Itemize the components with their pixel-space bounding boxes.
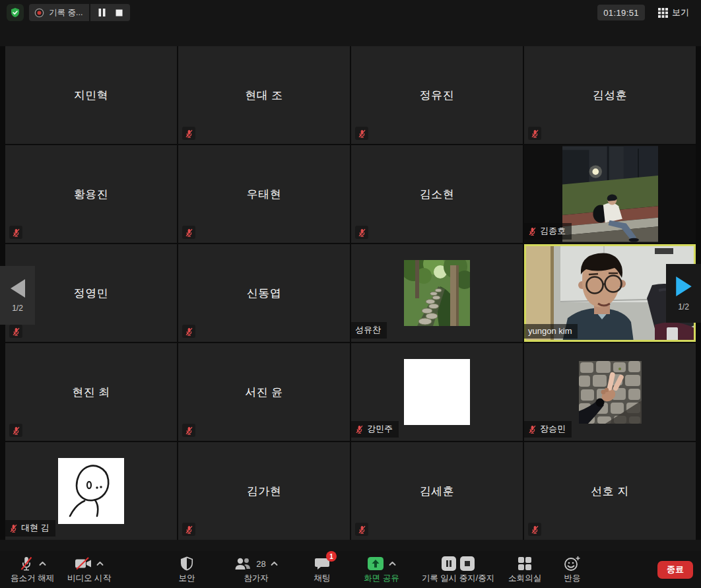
mic-off-icon: [528, 425, 537, 434]
mute-indicator: [182, 325, 195, 338]
previous-page-button[interactable]: 1/2: [0, 266, 35, 325]
shield-icon: [180, 556, 194, 572]
toolbar-label: 반응: [564, 573, 581, 584]
participant-tile[interactable]: 장승민: [524, 343, 696, 441]
toolbar-item-start-video[interactable]: 비디오 시작: [61, 551, 117, 588]
participant-avatar: [404, 359, 470, 425]
chevron-up-icon[interactable]: [271, 561, 278, 566]
chevron-up-icon[interactable]: [96, 561, 104, 566]
mute-indicator: [182, 523, 195, 536]
participant-tile[interactable]: 대현 김: [5, 442, 177, 540]
participant-tile[interactable]: 김세훈: [351, 442, 523, 540]
camera-off-icon: [75, 556, 92, 572]
participant-name: 지민혁: [74, 88, 109, 103]
participant-avatar: [579, 361, 642, 424]
toolbar-item-reactions[interactable]: 반응: [553, 551, 591, 588]
mic-off-icon: [185, 426, 193, 435]
participant-name: 현진 최: [72, 385, 110, 400]
pause-recording-button[interactable]: [94, 5, 109, 20]
reactions-icon: [564, 556, 581, 572]
participant-tile[interactable]: 선호 지: [524, 442, 696, 540]
participant-tile[interactable]: 지민혁: [5, 46, 177, 144]
participant-name: 황용진: [74, 187, 109, 202]
toolbar-item-breakout-rooms[interactable]: 소회의실: [502, 551, 548, 588]
participant-name: yungon kim: [528, 326, 572, 336]
participant-tile[interactable]: 현진 최: [5, 343, 177, 441]
mic-off-icon: [185, 525, 193, 534]
video-grid: 지민혁현대 조 정유진 김성훈 황용진 우태현: [0, 46, 701, 540]
participant-tile[interactable]: 강민주: [351, 343, 523, 441]
toolbar-item-chat[interactable]: 1채팅: [302, 551, 342, 588]
participant-tile[interactable]: 우태현: [178, 145, 350, 243]
chevron-right-icon: [675, 276, 693, 297]
toolbar-label: 보안: [179, 573, 195, 584]
toolbar-label: 음소거 해제: [11, 573, 54, 584]
meeting-toolbar: 음소거 해제 비디오 시작 보안 28 참가자 1채팅 화면 공유 기록 일시 …: [0, 551, 701, 588]
participant-name-chip: 김종호: [524, 223, 572, 240]
participant-name: 선호 지: [591, 484, 629, 499]
participant-tile[interactable]: 정유진: [351, 46, 523, 144]
mic-off-icon: [528, 227, 537, 236]
toolbar-label: 비디오 시작: [67, 573, 111, 584]
mic-off-icon: [355, 425, 364, 434]
chevron-up-icon[interactable]: [389, 561, 396, 566]
mic-off-icon: [185, 228, 193, 237]
toolbar-item-share-screen[interactable]: 화면 공유: [354, 551, 409, 588]
pause-icon: [98, 9, 106, 16]
mute-indicator: [9, 325, 22, 338]
chevron-up-icon[interactable]: [39, 561, 46, 566]
participant-name: 김종호: [540, 225, 566, 237]
participant-name: 김성훈: [593, 88, 628, 103]
participant-tile[interactable]: 신동엽: [178, 244, 350, 342]
participant-name-chip: 장승민: [524, 421, 572, 438]
participant-name: 김가현: [247, 484, 282, 499]
next-page-button[interactable]: 1/2: [666, 264, 701, 323]
mic-off-icon: [9, 524, 18, 533]
participant-name: 성유찬: [355, 324, 381, 336]
mic-off-icon: [12, 327, 20, 336]
participant-name-chip: 강민주: [351, 421, 399, 438]
participant-tile[interactable]: 서진 윤: [178, 343, 350, 441]
participant-tile[interactable]: 현대 조: [178, 46, 350, 144]
page-indicator: 1/2: [12, 304, 23, 313]
breakout-icon: [517, 556, 533, 572]
mute-indicator: [528, 127, 541, 140]
end-meeting-button[interactable]: 종료: [657, 561, 693, 579]
participant-name-chip: 성유찬: [351, 322, 387, 339]
toolbar-item-security[interactable]: 보안: [170, 551, 203, 588]
mic-off-icon: [358, 228, 366, 237]
toolbar-item-unmute[interactable]: 음소거 해제: [4, 551, 61, 588]
participant-name: 대현 김: [21, 522, 50, 534]
participant-tile[interactable]: 황용진: [5, 145, 177, 243]
encryption-shield-button[interactable]: [7, 4, 24, 21]
mic-off-icon: [12, 426, 20, 435]
share-screen-icon: [367, 556, 384, 572]
toolbar-item-participants[interactable]: 28 참가자: [228, 551, 284, 588]
participant-tile[interactable]: 김종호: [524, 145, 696, 243]
recording-controls-pill: [90, 4, 130, 21]
mute-indicator: [182, 226, 195, 239]
toolbar-label: 화면 공유: [364, 573, 399, 584]
participant-name: 장승민: [540, 423, 566, 435]
participant-name-chip: yungon kim: [524, 324, 578, 339]
view-button[interactable]: 보기: [653, 5, 694, 20]
participant-tile[interactable]: 김가현: [178, 442, 350, 540]
mute-indicator: [355, 523, 368, 536]
toolbar-label: 소회의실: [508, 573, 541, 584]
participant-tile[interactable]: 김성훈: [524, 46, 696, 144]
participant-tile[interactable]: 김소현: [351, 145, 523, 243]
toolbar-item-recording-controls[interactable]: 기록 일시 중지/중지: [415, 551, 502, 588]
participant-name: 김소현: [420, 187, 455, 202]
participant-tile[interactable]: 성유찬: [351, 244, 523, 342]
mute-indicator: [182, 127, 195, 140]
mic-off-icon: [358, 129, 366, 138]
mute-indicator: [182, 424, 195, 437]
participant-name: 우태현: [247, 187, 282, 202]
mute-indicator: [528, 523, 541, 536]
mic-off-icon: [18, 556, 34, 572]
top-bar: 기록 중... 01:19:51 보기: [0, 0, 701, 25]
stop-recording-button[interactable]: [112, 5, 126, 20]
recording-status-label: 기록 중...: [49, 7, 83, 18]
participant-name: 정영민: [74, 286, 109, 301]
mic-off-icon: [531, 525, 539, 534]
